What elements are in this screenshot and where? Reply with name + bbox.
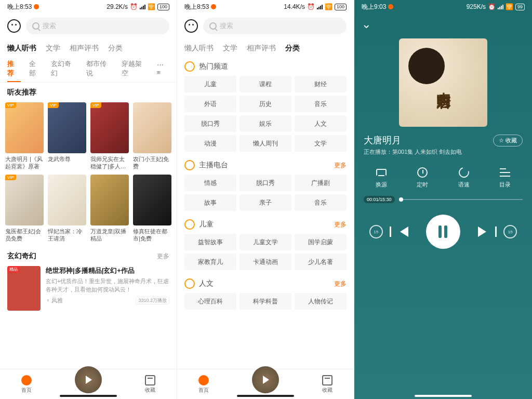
home-indicator [60, 395, 117, 397]
category-chip[interactable]: 音乐 [295, 96, 347, 112]
book-card[interactable]: 修真狂徒在都市|免费 [133, 175, 171, 243]
cat-radio-grid: 情感脱口秀广播剧故事亲子音乐 [184, 175, 347, 211]
main-tabs: 懒人听书 文学 相声评书 分类 [177, 38, 354, 56]
category-chip[interactable]: 脱口秀 [240, 175, 291, 191]
favorite-button[interactable]: ☆ 收藏 [493, 135, 523, 147]
chevron-down-icon[interactable]: ⌄ [362, 18, 371, 31]
category-chip[interactable]: 儿童文学 [240, 234, 291, 250]
loop-icon [376, 169, 387, 176]
category-chip[interactable]: 卡通动画 [240, 254, 291, 270]
category-chip[interactable]: 广播剧 [295, 175, 347, 191]
kids-icon [184, 219, 195, 230]
human-icon [184, 278, 195, 289]
cat-hot: 热门频道 儿童课程财经外语历史音乐脱口秀娱乐人文动漫懒人周刊文学 [177, 56, 354, 155]
category-chip[interactable]: 动漫 [184, 135, 236, 152]
cat-hot-grid: 儿童课程财经外语历史音乐脱口秀娱乐人文动漫懒人周刊文学 [184, 76, 347, 152]
category-chip[interactable]: 情感 [184, 175, 236, 191]
book-card[interactable]: VIP鬼医都王妃|会员免费 [5, 175, 44, 243]
more-link[interactable]: 更多 [334, 220, 347, 229]
next-button[interactable] [478, 227, 486, 237]
tab-lazy[interactable]: 懒人听书 [184, 44, 214, 53]
bookmark-icon [322, 375, 332, 385]
category-chip[interactable]: 娱乐 [240, 115, 291, 132]
subtab-rec[interactable]: 推荐 [7, 59, 21, 78]
cat-human-grid: 心理百科科学科普人物传记 [184, 293, 347, 310]
more-link[interactable]: 更多 [334, 161, 347, 170]
clock-icon [417, 167, 428, 178]
category-chip[interactable]: 科学科普 [240, 293, 291, 310]
category-chip[interactable]: 文学 [295, 135, 347, 152]
progress-bar[interactable]: 00:01/15:30 [354, 194, 532, 205]
main-tabs: 懒人听书 文学 相声评书 分类 [0, 38, 177, 56]
search-input[interactable]: 搜索 [203, 18, 347, 34]
previous-button[interactable] [400, 227, 408, 237]
home-icon [198, 375, 209, 385]
book-card[interactable]: 农门小王妃|免费 [133, 102, 171, 170]
category-chip[interactable]: 故事 [184, 194, 236, 211]
bookmark-icon [145, 375, 155, 385]
subtab-fantasy[interactable]: 玄幻奇幻 [51, 59, 78, 78]
book-card[interactable]: VIP大唐明月 |《风起霓裳》原著 [5, 102, 44, 170]
book-card[interactable]: VIP我师兄实在太稳健了|多人… [90, 102, 129, 170]
cat-kids: 儿童更多 益智故事儿童文学国学启蒙家教育儿卡通动画少儿名著 [177, 214, 354, 273]
subtab-all[interactable]: 全部 [29, 59, 43, 78]
category-chip[interactable]: 人物传记 [295, 293, 347, 310]
category-chip[interactable]: 家教育儿 [184, 254, 236, 270]
category-chip[interactable]: 音乐 [295, 194, 347, 211]
tab-category[interactable]: 分类 [285, 44, 300, 53]
tab-comedy[interactable]: 相声评书 [70, 44, 99, 53]
search-input[interactable]: 搜索 [26, 18, 169, 34]
more-link[interactable]: 更多 [157, 252, 169, 261]
nav-fav[interactable]: 收藏 [145, 375, 155, 394]
timer-button[interactable]: 定时 [416, 166, 429, 189]
nav-play[interactable] [252, 366, 279, 393]
category-chip[interactable]: 懒人周刊 [240, 135, 291, 152]
category-chip[interactable]: 课程 [240, 76, 291, 92]
book-card[interactable]: 悍妃当家：冷王请清 [48, 175, 86, 243]
source-button[interactable]: 换源 [375, 166, 388, 189]
tab-lit[interactable]: 文学 [46, 44, 60, 53]
subtab-urban[interactable]: 都市传说 [86, 59, 113, 78]
cat-human: 人文更多 心理百科科学科普人物传记 [177, 273, 354, 313]
subtab-more-icon[interactable]: ⋯≡ [157, 61, 170, 76]
category-chip[interactable]: 儿童 [184, 76, 236, 92]
album-art: 大唐明月 [399, 38, 487, 127]
time-display: 00:01/15:30 [364, 196, 395, 203]
pause-button[interactable] [426, 215, 460, 249]
category-chip[interactable]: 财经 [295, 76, 347, 92]
category-chip[interactable]: 历史 [240, 96, 291, 112]
category-chip[interactable]: 脱口秀 [184, 115, 236, 132]
nav-fav[interactable]: 收藏 [322, 375, 332, 394]
profile-icon[interactable] [7, 19, 21, 33]
tab-category[interactable]: 分类 [108, 44, 123, 53]
category-chip[interactable]: 亲子 [240, 194, 291, 211]
search-icon [32, 22, 39, 30]
category-chip[interactable]: 外语 [184, 96, 236, 112]
category-chip[interactable]: 益智故事 [184, 234, 236, 250]
playlist-button[interactable]: 目录 [499, 166, 511, 189]
profile-icon[interactable] [184, 19, 198, 33]
tab-comedy[interactable]: 相声评书 [247, 44, 276, 53]
search-icon [209, 22, 217, 30]
more-link[interactable]: 更多 [334, 280, 347, 288]
nav-play[interactable] [75, 366, 102, 393]
home-indicator [237, 395, 294, 397]
tab-lit[interactable]: 文学 [223, 44, 237, 53]
sub-tabs: 推荐 全部 玄幻奇幻 都市传说 穿越架空 ⋯≡ [0, 56, 177, 83]
category-chip[interactable]: 少儿名著 [295, 254, 347, 270]
category-chip[interactable]: 心理百科 [184, 293, 236, 310]
tab-lazy[interactable]: 懒人听书 [7, 44, 36, 53]
category-chip[interactable]: 国学启蒙 [295, 234, 347, 250]
category-chip[interactable]: 人文 [295, 115, 347, 132]
subtab-time[interactable]: 穿越架空 [122, 59, 149, 78]
section-fantasy: 玄幻奇幻更多 [0, 246, 177, 262]
forward-15-button[interactable]: 15 [503, 225, 517, 238]
home-indicator [415, 395, 472, 397]
speed-button[interactable]: 语速 [458, 166, 470, 189]
nav-home[interactable]: 首页 [198, 375, 209, 394]
nav-home[interactable]: 首页 [21, 375, 32, 394]
featured-item[interactable]: 精品 绝世邪神|多播精品|玄幻+作品 玄幻+优质作品！重生异世，施展神奇丹术，狂… [0, 262, 177, 315]
book-card[interactable]: VIP龙武帝尊 [48, 102, 86, 170]
rewind-15-button[interactable]: 15 [369, 225, 383, 238]
book-card[interactable]: 万道龙皇|双播精品 [90, 175, 129, 243]
